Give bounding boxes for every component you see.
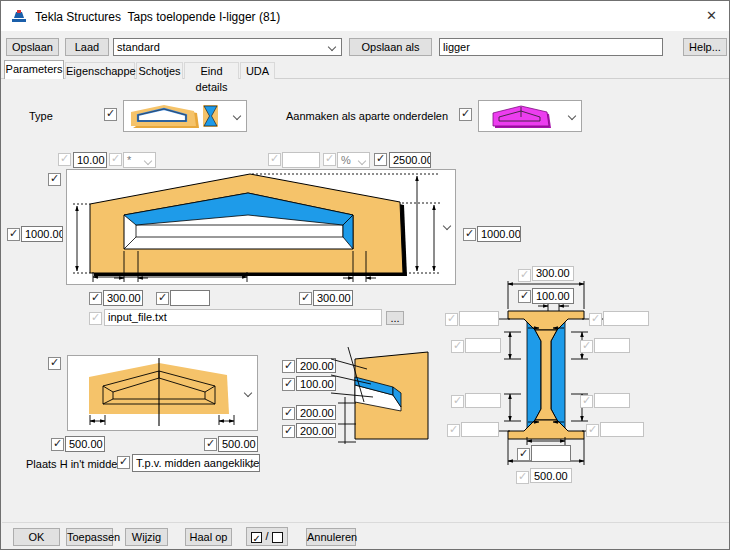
ok-button[interactable]: OK: [13, 528, 60, 546]
tab-eigenschappen[interactable]: Eigenschappen: [65, 62, 135, 79]
plan-right-field[interactable]: 500.00: [218, 436, 258, 452]
cs-right-field-3[interactable]: [594, 393, 630, 408]
cs-right-field-1[interactable]: [603, 311, 649, 326]
save-as-name-input[interactable]: ligger: [439, 38, 663, 56]
tab-schotjes[interactable]: Schotjes: [136, 62, 183, 79]
chevron-down-icon: [144, 157, 153, 166]
get-button[interactable]: Haal op: [185, 528, 232, 546]
cs-left-checkbox-3[interactable]: [451, 395, 464, 408]
cs-left-checkbox-4[interactable]: [447, 424, 460, 437]
left-height-checkbox[interactable]: [7, 228, 20, 241]
cs-left-checkbox-2[interactable]: [451, 340, 464, 353]
position-checkbox[interactable]: [117, 456, 130, 469]
cancel-button[interactable]: Annuleren: [306, 528, 356, 546]
magenta-beam-icon: [485, 102, 571, 130]
cs-right-checkbox-3[interactable]: [580, 395, 593, 408]
cs-right-checkbox-2[interactable]: [580, 340, 593, 353]
type-select[interactable]: [123, 100, 247, 132]
chamfer-detail-drawing: [331, 347, 443, 447]
web-top-checkbox[interactable]: [518, 290, 531, 303]
load-button[interactable]: Laad: [65, 38, 109, 56]
unchecked-box-icon: [272, 532, 283, 543]
chevron-down-icon: [244, 389, 253, 398]
chevron-down-icon: [443, 222, 452, 231]
web-top-field[interactable]: 100.00: [532, 288, 574, 304]
chamfer-checkbox-1[interactable]: [282, 360, 295, 373]
percent-unit-checkbox[interactable]: [323, 153, 336, 166]
right-height-checkbox[interactable]: [463, 228, 476, 241]
cs-left-field-3[interactable]: [465, 393, 501, 408]
tab-eind-details[interactable]: Eind details: [184, 62, 239, 79]
chamfer-checkbox-2[interactable]: [282, 378, 295, 391]
right-offset-checkbox[interactable]: [299, 292, 312, 305]
save-as-button[interactable]: Opslaan als: [349, 38, 432, 56]
tab-parameters[interactable]: Parameters: [4, 60, 64, 79]
taper-angle-field[interactable]: 10.00: [73, 152, 107, 168]
bottom-width-checkbox[interactable]: [516, 471, 529, 484]
cs-right-checkbox-4[interactable]: [586, 424, 599, 437]
tab-uda[interactable]: UDA: [240, 62, 275, 79]
toggle-separator: /: [265, 530, 268, 542]
chevron-down-icon: [233, 112, 242, 121]
cs-bottom-mid-field[interactable]: [531, 445, 571, 462]
cs-left-field-4[interactable]: [461, 422, 499, 437]
left-offset-field[interactable]: 300.00: [103, 290, 143, 306]
mid-offset-field[interactable]: [170, 290, 210, 306]
help-button[interactable]: Help...: [683, 38, 727, 56]
percent-field[interactable]: [282, 152, 320, 168]
position-label: Plaats H in't midden: [26, 458, 123, 470]
top-width-field[interactable]: 300.00: [532, 266, 574, 281]
plan-right-checkbox[interactable]: [204, 438, 217, 451]
close-icon[interactable]: ✕: [706, 8, 717, 23]
angle-unit-checkbox[interactable]: [109, 153, 122, 166]
saved-settings-select[interactable]: standard: [113, 38, 342, 56]
total-height-field[interactable]: 2500.00: [389, 152, 431, 168]
tekla-app-icon: [11, 8, 27, 24]
left-height-field[interactable]: 1000.00: [21, 226, 63, 242]
left-offset-checkbox[interactable]: [89, 292, 102, 305]
total-height-checkbox[interactable]: [374, 153, 387, 166]
chamfer-field-1[interactable]: 200.00: [296, 358, 336, 373]
position-select[interactable]: T.p.v. midden aangeklikte: [132, 454, 260, 472]
cs-right-field-2[interactable]: [594, 338, 630, 353]
input-file-field[interactable]: input_file.txt: [104, 309, 382, 326]
mid-offset-checkbox[interactable]: [156, 292, 169, 305]
plan-left-field[interactable]: 500.00: [65, 436, 105, 452]
elevation-checkbox[interactable]: [48, 173, 61, 186]
angle-unit-select[interactable]: *: [123, 152, 156, 168]
top-width-checkbox[interactable]: [518, 269, 531, 282]
plan-preview-dropdown[interactable]: [67, 355, 258, 431]
aanmaken-select[interactable]: [478, 100, 582, 132]
percent-checkbox[interactable]: [268, 153, 281, 166]
type-checkbox[interactable]: [104, 108, 117, 121]
chamfer-checkbox-4[interactable]: [282, 425, 295, 438]
save-button[interactable]: Opslaan: [6, 38, 59, 56]
elevation-preview-dropdown[interactable]: [66, 169, 456, 285]
plan-checkbox[interactable]: [48, 357, 61, 370]
cs-right-checkbox-1[interactable]: [589, 313, 602, 326]
chamfer-field-2[interactable]: 100.00: [296, 376, 336, 391]
chevron-down-icon: [358, 157, 367, 166]
cs-left-field-2[interactable]: [465, 338, 501, 353]
chevron-down-icon: [328, 43, 337, 52]
right-offset-field[interactable]: 300.00: [313, 290, 353, 306]
cs-right-field-4[interactable]: [600, 422, 644, 437]
taper-angle-checkbox[interactable]: [58, 153, 71, 166]
apply-button[interactable]: Toepassen: [66, 528, 113, 546]
plan-left-checkbox[interactable]: [51, 438, 64, 451]
chamfer-checkbox-3[interactable]: [282, 407, 295, 420]
right-height-field[interactable]: 1000.00: [477, 226, 521, 242]
position-value: T.p.v. midden aangeklikte: [136, 457, 259, 469]
aanmaken-checkbox[interactable]: [459, 108, 472, 121]
cs-left-field-1[interactable]: [459, 311, 499, 326]
modify-button[interactable]: Wijzig: [125, 528, 168, 546]
cs-bottom-mid-checkbox[interactable]: [517, 448, 530, 461]
chamfer-field-3[interactable]: 200.00: [296, 405, 336, 420]
bottom-width-field[interactable]: 500.00: [530, 468, 572, 483]
chamfer-field-4[interactable]: 200.00: [296, 423, 336, 438]
input-file-checkbox[interactable]: [89, 312, 102, 325]
toggle-all-checkboxes-button[interactable]: /: [246, 527, 288, 546]
percent-unit-select[interactable]: %: [337, 152, 370, 168]
cs-left-checkbox-1[interactable]: [445, 313, 458, 326]
browse-button[interactable]: ...: [386, 311, 404, 325]
